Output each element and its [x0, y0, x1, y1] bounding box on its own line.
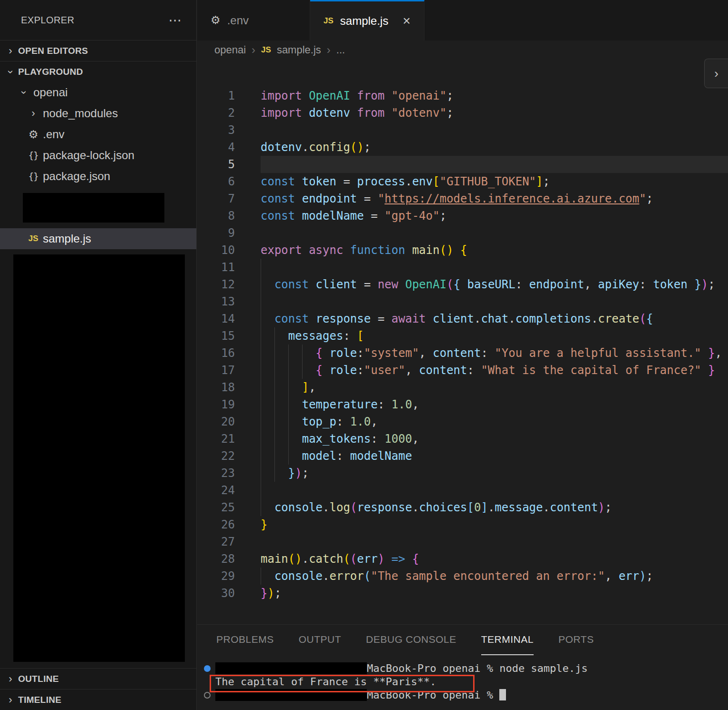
code-line-19[interactable]: 19 temperature: 1.0,	[197, 396, 728, 413]
command-ran-dot-icon	[204, 665, 211, 672]
terminal-line-1: MacBook-Pro openai % node sample.js	[197, 662, 728, 675]
code-line-8[interactable]: 8const modelName = "gpt-4o";	[197, 207, 728, 224]
code-editor[interactable]: 1import OpenAI from "openai";2import dot…	[197, 60, 728, 602]
code-line-13[interactable]: 13	[197, 293, 728, 310]
panel-tab-terminal[interactable]: TERMINAL	[481, 625, 534, 655]
indent-guide	[302, 345, 303, 362]
indent-guide	[302, 362, 303, 379]
code-line-2[interactable]: 2import dotenv from "dotenv";	[197, 104, 728, 122]
indent-guide	[261, 259, 261, 276]
section-label: OPEN EDITORS	[18, 46, 88, 56]
code-line-16[interactable]: 16 { role:"system", content: "You are a …	[197, 345, 728, 362]
tree-item-node-modules[interactable]: ›node_modules	[0, 103, 196, 124]
line-content	[261, 293, 728, 310]
indent-guide	[261, 362, 261, 379]
line-number: 27	[197, 533, 235, 550]
more-actions-icon[interactable]: ⋯	[169, 12, 182, 28]
code-line-17[interactable]: 17 { role:"user", content: "What is the …	[197, 362, 728, 379]
code-line-3[interactable]: 3	[197, 122, 728, 139]
breadcrumb-item-sample-js[interactable]: sample.js	[277, 44, 321, 56]
code-line-29[interactable]: 29 console.error("The sample encountered…	[197, 568, 728, 585]
section-open-editors[interactable]: › OPEN EDITORS	[0, 40, 196, 61]
close-icon[interactable]: ×	[403, 14, 410, 28]
code-line-20[interactable]: 20 top_p: 1.0,	[197, 413, 728, 430]
tab-env[interactable]: ⚙ .env	[197, 0, 310, 41]
panel-tabs: PROBLEMSOUTPUTDEBUG CONSOLETERMINALPORTS	[197, 625, 728, 655]
section-label: OUTLINE	[18, 674, 59, 684]
breadcrumb-item-openai[interactable]: openai	[214, 44, 246, 56]
terminal-line-2: The capital of France is **Paris**.	[197, 675, 728, 689]
tab-sample-js[interactable]: JS sample.js ×	[310, 0, 425, 41]
code-line-4[interactable]: 4dotenv.config();	[197, 139, 728, 156]
tree-item-sample-js[interactable]: JSsample.js	[0, 228, 196, 249]
code-line-28[interactable]: 28main().catch((err) => {	[197, 550, 728, 568]
line-number: 17	[197, 362, 235, 379]
line-number: 18	[197, 379, 235, 396]
code-line-30[interactable]: 30});	[197, 585, 728, 602]
code-line-1[interactable]: 1import OpenAI from "openai";	[197, 87, 728, 104]
indent-guide	[261, 430, 261, 447]
code-line-22[interactable]: 22 model: modelName	[197, 447, 728, 465]
line-number: 20	[197, 413, 235, 430]
code-line-7[interactable]: 7const endpoint = "https://models.infere…	[197, 190, 728, 207]
code-line-25[interactable]: 25 console.log(response.choices[0].messa…	[197, 499, 728, 516]
tree-item-icon-slot: JS	[26, 234, 41, 243]
section-label: PLAYGROUND	[18, 67, 83, 77]
tree-item-icon-slot: {}	[26, 150, 41, 161]
line-content: model: modelName	[261, 447, 728, 465]
line-content: dotenv.config();	[261, 139, 728, 156]
code-line-24[interactable]: 24	[197, 482, 728, 499]
code-line-11[interactable]: 11	[197, 259, 728, 276]
expand-panel-chevron-button[interactable]: ›	[704, 59, 728, 88]
section-outline[interactable]: › OUTLINE	[0, 668, 196, 689]
code-line-27[interactable]: 27	[197, 533, 728, 550]
code-line-23[interactable]: 23 });	[197, 465, 728, 482]
code-line-9[interactable]: 9	[197, 224, 728, 242]
json-icon: {}	[29, 171, 39, 182]
tree-item-package-json[interactable]: {}package.json	[0, 166, 196, 187]
gear-icon: ⚙	[29, 129, 39, 140]
code-line-12[interactable]: 12 const client = new OpenAI({ baseURL: …	[197, 276, 728, 293]
line-number: 7	[197, 190, 235, 207]
code-line-26[interactable]: 26}	[197, 516, 728, 533]
indent-guide	[274, 465, 275, 482]
line-content: { role:"user", content: "What is the cap…	[261, 362, 728, 379]
indent-guide	[261, 345, 261, 362]
code-line-6[interactable]: 6const token = process.env["GITHUB_TOKEN…	[197, 173, 728, 190]
line-content: temperature: 1.0,	[261, 396, 728, 413]
tree-item-icon-slot: ›	[16, 87, 31, 98]
panel-tab-debug-console[interactable]: DEBUG CONSOLE	[366, 625, 456, 655]
code-line-21[interactable]: 21 max_tokens: 1000,	[197, 430, 728, 447]
explorer-sidebar: EXPLORER ⋯ › OPEN EDITORS › PLAYGROUND ›…	[0, 0, 197, 710]
code-line-14[interactable]: 14 const response = await client.chat.co…	[197, 310, 728, 327]
breadcrumb-item-ellipsis[interactable]: ...	[336, 44, 345, 56]
line-number: 2	[197, 104, 235, 122]
code-line-15[interactable]: 15 messages: [	[197, 327, 728, 345]
panel-tab-ports[interactable]: PORTS	[558, 625, 594, 655]
code-line-18[interactable]: 18 ],	[197, 379, 728, 396]
redaction-box	[23, 193, 164, 223]
tree-item-env[interactable]: ⚙.env	[0, 124, 196, 145]
section-timeline[interactable]: › TIMELINE	[0, 689, 196, 710]
line-content: main().catch((err) => {	[261, 550, 728, 568]
line-number: 1	[197, 87, 235, 104]
panel-tab-output[interactable]: OUTPUT	[299, 625, 341, 655]
line-content: messages: [	[261, 327, 728, 345]
panel-tab-problems[interactable]: PROBLEMS	[216, 625, 274, 655]
line-number: 30	[197, 585, 235, 602]
indent-guide	[261, 396, 261, 413]
line-content: }	[261, 516, 728, 533]
tree-item-package-lock-json[interactable]: {}package-lock.json	[0, 145, 196, 166]
section-playground[interactable]: › PLAYGROUND	[0, 61, 196, 82]
tree-item-label: package-lock.json	[43, 149, 134, 162]
terminal[interactable]: MacBook-Pro openai % node sample.jsThe c…	[197, 655, 728, 702]
terminal-text: MacBook-Pro openai %	[367, 689, 499, 701]
code-line-10[interactable]: 10export async function main() {	[197, 242, 728, 259]
line-number: 13	[197, 293, 235, 310]
line-number: 29	[197, 568, 235, 585]
tree-item-openai[interactable]: ›openai	[0, 82, 196, 103]
code-line-5[interactable]: 5	[197, 156, 728, 173]
indent-guide	[274, 430, 275, 447]
line-number: 25	[197, 499, 235, 516]
indent-guide	[288, 362, 289, 379]
